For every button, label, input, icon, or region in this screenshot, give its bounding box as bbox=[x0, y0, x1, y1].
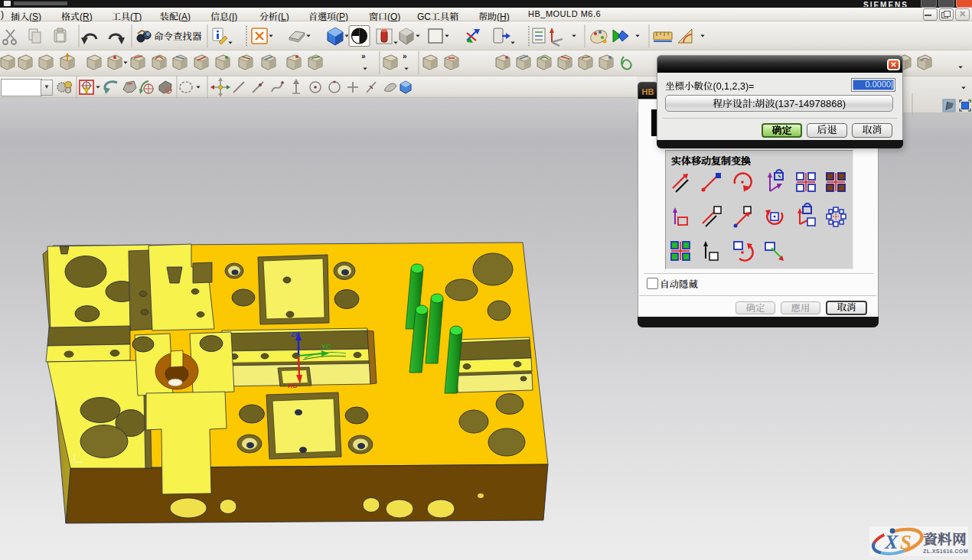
svg-text:X: X bbox=[884, 531, 899, 553]
svg-text:命令查找器: 命令查找器 bbox=[154, 31, 202, 42]
svg-text:資料网: 資料网 bbox=[923, 532, 967, 548]
svg-text:ZL.XS1616.COM: ZL.XS1616.COM bbox=[923, 548, 968, 555]
svg-text:ZC: ZC bbox=[291, 330, 300, 338]
svg-text:»: » bbox=[361, 52, 366, 60]
svg-text:YC: YC bbox=[321, 343, 331, 350]
svg-text:XC: XC bbox=[288, 382, 298, 389]
svg-text:»: » bbox=[403, 52, 407, 60]
svg-text:S: S bbox=[900, 531, 912, 554]
